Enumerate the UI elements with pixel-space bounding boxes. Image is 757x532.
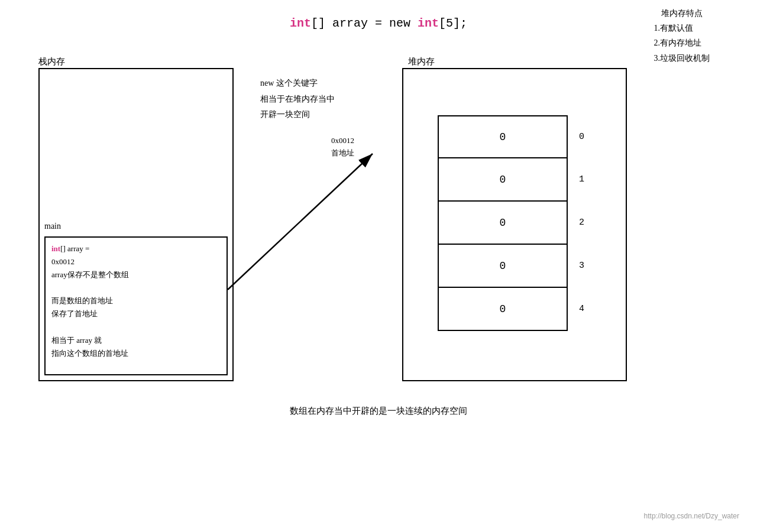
cell-value-1: 0 bbox=[500, 174, 506, 186]
heap-label: 堆内存 bbox=[408, 56, 435, 67]
address-line1: 0x0012 bbox=[331, 135, 354, 147]
address-line2: 首地址 bbox=[331, 147, 354, 160]
heap-feature-3: 3.垃圾回收机制 bbox=[654, 51, 710, 66]
stack-line3: array保存不是整个数组 bbox=[51, 268, 221, 281]
heap-feature-1: 1.有默认值 bbox=[654, 21, 710, 35]
code-int1: int bbox=[290, 17, 311, 30]
stack-line6: 相当于 array 就 bbox=[51, 334, 221, 347]
array-index-2: 2 bbox=[579, 218, 584, 228]
array-index-1: 1 bbox=[579, 174, 584, 184]
new-line3: 开辟一块空间 bbox=[260, 107, 335, 123]
stack-line4: 而是数组的首地址 bbox=[51, 294, 221, 307]
stack-line5: 保存了首地址 bbox=[51, 307, 221, 320]
array-index-3: 3 bbox=[579, 261, 584, 271]
watermark: http://blog.csdn.net/Dzy_water bbox=[644, 512, 739, 520]
array-cell-0: 0 0 bbox=[438, 115, 568, 158]
svg-line-1 bbox=[228, 154, 373, 290]
array-cell-4: 0 4 bbox=[438, 288, 568, 331]
cell-value-4: 0 bbox=[500, 303, 506, 315]
heap-features-title: 堆内存特点 bbox=[654, 6, 710, 21]
stack-line2: 0x0012 bbox=[51, 255, 221, 268]
code-line: int[] array = new int[5]; bbox=[0, 17, 757, 30]
new-line2: 相当于在堆内存当中 bbox=[260, 92, 335, 108]
heap-features: 堆内存特点 1.有默认值 2.有内存地址 3.垃圾回收机制 bbox=[654, 6, 710, 66]
stack-line1: int[] array = bbox=[51, 242, 221, 255]
bottom-note: 数组在内存当中开辟的是一块连续的内存空间 bbox=[0, 406, 757, 417]
cell-value-2: 0 bbox=[500, 217, 506, 229]
stack-int-kw: int bbox=[51, 244, 60, 253]
new-annotation: new 这个关键字 相当于在堆内存当中 开辟一块空间 bbox=[260, 76, 335, 123]
array-cell-1: 0 1 bbox=[438, 158, 568, 202]
new-line1: new 这个关键字 bbox=[260, 76, 335, 92]
array-cell-2: 0 2 bbox=[438, 202, 568, 245]
code-int2: int bbox=[418, 17, 439, 30]
cell-value-3: 0 bbox=[500, 260, 506, 272]
main-label: main bbox=[44, 222, 61, 231]
array-cell-3: 0 3 bbox=[438, 245, 568, 288]
code-part4: [5]; bbox=[439, 17, 467, 30]
stack-inner-box: int[] array = 0x0012 array保存不是整个数组 而是数组的… bbox=[44, 236, 228, 375]
array-container: 0 0 0 1 0 2 0 3 0 4 bbox=[438, 115, 568, 331]
stack-label: 栈内存 bbox=[38, 56, 65, 67]
address-label: 0x0012 首地址 bbox=[331, 135, 354, 160]
cell-value-0: 0 bbox=[500, 131, 506, 143]
stack-line7: 指向这个数组的首地址 bbox=[51, 347, 221, 360]
heap-feature-2: 2.有内存地址 bbox=[654, 35, 710, 50]
stack-line1-rest: [] array = bbox=[60, 244, 89, 253]
array-index-4: 4 bbox=[579, 304, 584, 314]
code-part2: [] array = new bbox=[311, 17, 418, 30]
stack-inner-content: int[] array = 0x0012 array保存不是整个数组 而是数组的… bbox=[51, 242, 221, 360]
array-index-0: 0 bbox=[579, 132, 584, 142]
